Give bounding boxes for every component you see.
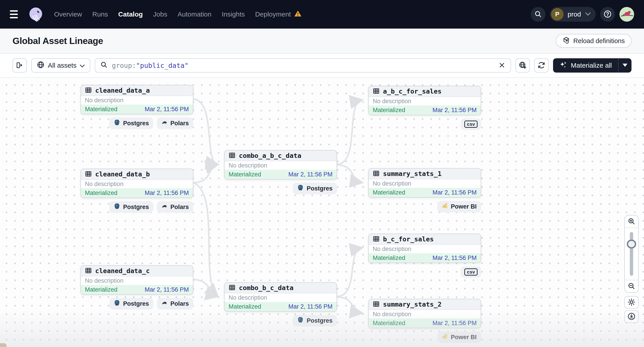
- asset-card-header: combo_a_b_c_data: [224, 150, 336, 161]
- tag-postgres[interactable]: Postgres: [109, 298, 154, 310]
- nav-item-deployment[interactable]: Deployment: [252, 10, 305, 19]
- search-icon: [534, 10, 542, 19]
- asset-card-header: cleaned_data_b: [81, 169, 193, 180]
- nav-item-automation[interactable]: Automation: [174, 10, 215, 19]
- polars-icon: [161, 119, 167, 127]
- deployment-switcher[interactable]: P prod: [550, 7, 596, 22]
- zoom-in-icon: [628, 217, 636, 226]
- nav-item-overview[interactable]: Overview: [50, 10, 86, 19]
- edge-a-to-combo-abc: [193, 99, 217, 164]
- search-button[interactable]: [531, 7, 546, 22]
- asset-card[interactable]: summary_stats_1 No description Materiali…: [368, 168, 481, 198]
- lineage-canvas[interactable]: cleaned_data_a No description Materializ…: [0, 78, 644, 347]
- refresh-icon: [537, 61, 546, 70]
- asset-card[interactable]: combo_b_c_data No description Materializ…: [224, 282, 337, 312]
- hamburger-menu-icon[interactable]: [10, 7, 24, 21]
- materialization-timestamp[interactable]: Mar 2, 11:56 PM: [288, 303, 332, 310]
- dagster-logo[interactable]: [27, 6, 44, 23]
- tag-postgres[interactable]: Postgres: [109, 117, 154, 129]
- materialize-options-caret[interactable]: [618, 58, 632, 72]
- tag-polars[interactable]: Polars: [157, 298, 193, 310]
- tag-csv[interactable]: csv: [461, 118, 481, 130]
- help-icon: [603, 9, 612, 19]
- zoom-slider-track[interactable]: [630, 232, 633, 276]
- asset-node-cleaned-data-b: cleaned_data_b No description Materializ…: [80, 169, 193, 198]
- table-icon: [373, 235, 380, 243]
- zoom-out-button[interactable]: [625, 280, 638, 292]
- tag-powerbi[interactable]: Power BI: [437, 331, 481, 343]
- materialization-timestamp[interactable]: Mar 2, 11:56 PM: [432, 255, 477, 262]
- warning-icon: [294, 10, 302, 19]
- asset-name: combo_a_b_c_data: [239, 152, 301, 159]
- zoom-in-button[interactable]: [625, 216, 638, 228]
- postgres-icon: [114, 119, 120, 127]
- edge-b-to-combo-abc: [193, 165, 217, 183]
- tag-csv[interactable]: csv: [461, 266, 481, 278]
- materialization-timestamp[interactable]: Mar 2, 11:56 PM: [144, 190, 189, 197]
- asset-status-row: Materialized Mar 2, 11:56 PM: [369, 253, 481, 263]
- asset-node-a-b-c-for-sales: a_b_c_for_sales No description Materiali…: [368, 86, 481, 115]
- nav-item-jobs[interactable]: Jobs: [150, 10, 171, 19]
- status-badge: Materialized: [373, 107, 405, 114]
- asset-description: No description: [369, 245, 481, 253]
- asset-card[interactable]: cleaned_data_c No description Materializ…: [80, 265, 193, 295]
- edge-combo-bc-to-bc-sales: [338, 248, 362, 297]
- postgres-icon: [114, 203, 120, 211]
- tag-powerbi[interactable]: Power BI: [437, 201, 481, 212]
- asset-filter-dropdown[interactable]: All assets: [31, 58, 90, 72]
- asset-card-header: cleaned_data_a: [81, 85, 193, 96]
- asset-description: No description: [81, 96, 193, 104]
- materialization-timestamp[interactable]: Mar 2, 11:56 PM: [144, 286, 189, 293]
- asset-card[interactable]: combo_a_b_c_data No description Material…: [224, 150, 337, 180]
- asset-card[interactable]: cleaned_data_b No description Materializ…: [80, 169, 193, 198]
- asset-status-row: Materialized Mar 2, 11:56 PM: [81, 285, 193, 294]
- tag-postgres[interactable]: Postgres: [109, 201, 154, 213]
- chevron-down-icon: [585, 12, 591, 17]
- nav-item-catalog[interactable]: Catalog: [115, 10, 146, 19]
- nav-item-insights[interactable]: Insights: [218, 10, 248, 19]
- materialization-timestamp[interactable]: Mar 2, 11:56 PM: [432, 320, 477, 327]
- deployment-avatar: P: [551, 8, 564, 20]
- asset-card[interactable]: b_c_for_sales No description Materialize…: [368, 234, 481, 263]
- gear-icon: [627, 298, 636, 307]
- asset-status-row: Materialized Mar 2, 11:56 PM: [224, 170, 336, 179]
- edge-b-to-combo-bc: [193, 183, 217, 296]
- asset-name: a_b_c_for_sales: [383, 87, 442, 95]
- group-by-location-button[interactable]: [516, 58, 530, 72]
- asset-search-input[interactable]: group:"public_data": [95, 58, 511, 72]
- graph-settings-button[interactable]: [624, 296, 639, 309]
- materialization-timestamp[interactable]: Mar 2, 11:56 PM: [288, 171, 332, 178]
- asset-card[interactable]: a_b_c_for_sales No description Materiali…: [368, 86, 481, 115]
- toggle-sidebar-button[interactable]: [12, 58, 27, 72]
- asset-card[interactable]: cleaned_data_a No description Materializ…: [80, 85, 193, 114]
- tag-polars[interactable]: Polars: [157, 117, 193, 129]
- asset-description: No description: [224, 293, 336, 302]
- clear-search-button[interactable]: [498, 61, 506, 70]
- user-avatar[interactable]: [620, 7, 634, 22]
- asset-card[interactable]: summary_stats_2 No description Materiali…: [368, 299, 481, 328]
- materialize-all-button[interactable]: Materialize all: [553, 58, 618, 72]
- materialization-timestamp[interactable]: Mar 2, 11:56 PM: [432, 189, 477, 196]
- reload-definitions-button[interactable]: Reload definitions: [556, 34, 632, 48]
- asset-name: b_c_for_sales: [383, 235, 434, 243]
- materialization-timestamp[interactable]: Mar 2, 11:56 PM: [144, 106, 189, 113]
- page-title: Global Asset Lineage: [12, 36, 103, 46]
- nav-items: Overview Runs Catalog Jobs Automation In…: [50, 10, 305, 19]
- search-icon: [100, 61, 108, 70]
- refresh-button[interactable]: [534, 58, 548, 72]
- tag-postgres[interactable]: Postgres: [293, 183, 337, 194]
- asset-card-header: combo_b_c_data: [224, 283, 336, 293]
- zoom-slider-area: [625, 228, 638, 280]
- tag-postgres[interactable]: Postgres: [293, 315, 337, 327]
- download-image-button[interactable]: [624, 310, 639, 323]
- postgres-icon: [297, 184, 304, 192]
- zoom-controls: [624, 215, 639, 293]
- deployment-name: prod: [568, 10, 581, 18]
- polars-icon: [161, 203, 167, 211]
- materialization-timestamp[interactable]: Mar 2, 11:56 PM: [432, 107, 477, 114]
- tag-polars[interactable]: Polars: [157, 201, 193, 213]
- help-button[interactable]: [600, 7, 615, 22]
- nav-item-runs[interactable]: Runs: [89, 10, 112, 19]
- asset-status-row: Materialized Mar 2, 11:56 PM: [81, 188, 193, 198]
- zoom-slider-handle[interactable]: [627, 240, 636, 249]
